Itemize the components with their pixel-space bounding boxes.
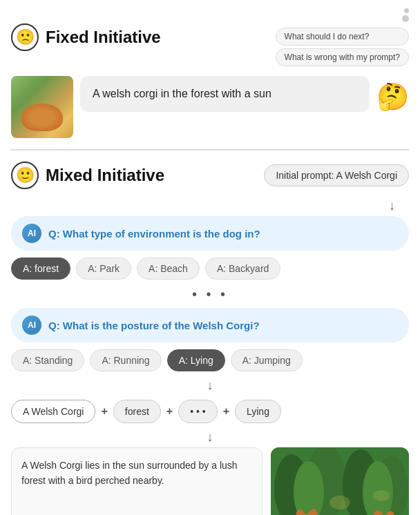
svg-point-21 (373, 490, 390, 501)
speech-bubble-1: What should I do next? (276, 28, 409, 46)
result-arrow: ↓ (11, 430, 409, 445)
svg-point-20 (330, 496, 350, 509)
composition-row: A Welsh Corgi + forest + • • • + Lying (11, 400, 409, 423)
arrow-down-icon-1: ↓ (389, 199, 395, 213)
comp-part-3: • • • (178, 400, 217, 423)
plus-sign-1: + (101, 405, 107, 418)
thinking-emoji: 🤔 (376, 81, 409, 112)
question-text-2: Q: What is the posture of the Welsh Corg… (48, 320, 260, 331)
answer-pill-1-2[interactable]: A: Beach (137, 258, 200, 280)
answer-options-2: A: Standing A: Running A: Lying A: Jumpi… (11, 349, 409, 371)
mixed-initiative-section: 🙂 Mixed Initiative Initial prompt: A Wel… (11, 162, 409, 515)
ellipsis-between-questions: • • • (11, 286, 409, 302)
answer-pill-2-2[interactable]: A: Lying (167, 349, 225, 371)
speech-bubbles: What should I do next? What is wrong wit… (276, 8, 409, 66)
result-corgi-image (271, 447, 409, 515)
result-text-box: A Welsh Corgi lies in the sun surrounded… (11, 447, 262, 515)
question-row-2: AI Q: What is the posture of the Welsh C… (11, 308, 409, 342)
answer-options-1: A: forest A: Park A: Beach A: Backyard (11, 258, 409, 280)
comp-part-4: Lying (235, 400, 281, 423)
ai-icon-2: AI (22, 315, 41, 335)
answer-pill-1-1[interactable]: A: Park (76, 258, 131, 280)
comp-part-1: A Welsh Corgi (11, 400, 95, 423)
answer-pill-1-0[interactable]: A: forest (11, 258, 70, 280)
ai-icon-1: AI (22, 224, 41, 243)
answer-pill-2-1[interactable]: A: Running (90, 349, 161, 371)
corgi-image-fixed (11, 76, 73, 138)
happy-face-icon: 🙂 (11, 162, 39, 189)
fixed-content: A welsh corgi in the forest with a sun 🤔 (11, 76, 409, 138)
result-row: A Welsh Corgi lies in the sun surrounded… (11, 447, 409, 515)
comp-part-2: forest (113, 400, 161, 423)
answer-pill-2-3[interactable]: A: Jumping (231, 349, 303, 371)
question-text-1: Q: What type of environment is the dog i… (48, 228, 260, 240)
bubble-dots-decoration (276, 8, 409, 22)
question-row-1: AI Q: What type of environment is the do… (11, 216, 409, 251)
answer-pill-2-0[interactable]: A: Standing (11, 349, 84, 371)
plus-sign-2: + (166, 405, 173, 418)
mixed-header: 🙂 Mixed Initiative Initial prompt: A Wel… (11, 162, 409, 189)
dot-2 (402, 15, 409, 22)
prompt-arrow: ↓ (11, 199, 409, 213)
dot-1 (404, 8, 409, 13)
plus-sign-3: + (223, 405, 229, 418)
fixed-header: 🙁 Fixed Initiative What should I do next… (11, 8, 409, 66)
initial-prompt-pill: Initial prompt: A Welsh Corgi (264, 164, 409, 186)
mixed-title: Mixed Initiative (46, 166, 164, 185)
sad-face-icon: 🙁 (11, 23, 39, 51)
answer-pill-1-3[interactable]: A: Backyard (205, 258, 280, 280)
speech-bubble-2: What is wrong with my prompt? (276, 48, 409, 66)
composition-arrow: ↓ (11, 378, 409, 393)
section-divider (11, 149, 409, 150)
fixed-title: Fixed Initiative (46, 28, 161, 47)
fixed-initiative-section: 🙁 Fixed Initiative What should I do next… (11, 8, 409, 138)
prompt-text-box: A welsh corgi in the forest with a sun (80, 76, 370, 112)
